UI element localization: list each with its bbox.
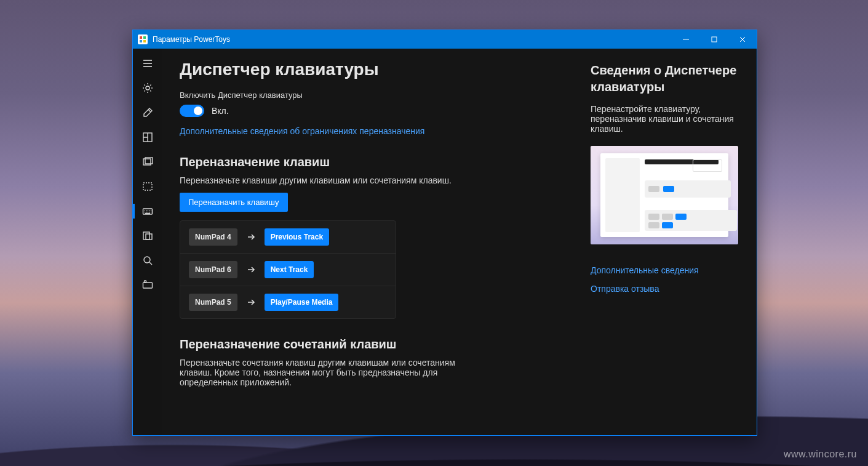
titlebar: Параметры PowerToys [133, 30, 757, 49]
sidebar-item-file-explorer[interactable] [133, 174, 162, 199]
aside-feedback-link[interactable]: Отправка отзыва [591, 284, 743, 294]
remap-row: NumPad 6 Next Track [180, 253, 396, 286]
remap-keys-title: Переназначение клавиш [180, 155, 573, 169]
remap-key-button[interactable]: Переназначить клавишу [180, 193, 288, 212]
remap-from-chip: NumPad 5 [189, 294, 237, 311]
sidebar-item-shortcut-guide[interactable] [133, 273, 162, 297]
svg-rect-0 [140, 36, 142, 39]
remap-row: NumPad 4 Previous Track [180, 221, 396, 253]
sidebar-item-color-picker[interactable] [133, 100, 162, 125]
aside-title: Сведения о Диспетчере клавиатуры [591, 62, 743, 95]
remap-to-chip: Next Track [265, 261, 314, 278]
minimize-button[interactable] [672, 30, 700, 49]
aside-panel: Сведения о Диспетчере клавиатуры Перенас… [591, 49, 757, 435]
app-icon [138, 34, 148, 44]
remap-list: NumPad 4 Previous Track NumPad 6 Next Tr… [180, 220, 396, 319]
sidebar-item-image-resizer[interactable] [133, 150, 162, 174]
hamburger-button[interactable] [133, 51, 162, 76]
arrow-right-icon [246, 265, 256, 275]
watermark: www.wincore.ru [784, 449, 857, 460]
sidebar-item-general[interactable] [133, 76, 162, 100]
arrow-right-icon [246, 232, 256, 242]
maximize-button[interactable] [700, 30, 728, 49]
remap-from-chip: NumPad 4 [189, 228, 237, 246]
svg-point-5 [146, 86, 149, 90]
enable-label: Включить Диспетчер клавиатуры [180, 90, 573, 100]
aside-desc: Перенастройте клавиатуру, переназначив к… [591, 104, 743, 134]
remap-shortcuts-desc: Переназначьте сочетания клавиш другим кл… [180, 358, 463, 387]
svg-rect-12 [146, 234, 152, 239]
remap-row: NumPad 5 Play/Pause Media [180, 286, 396, 318]
limitations-link[interactable]: Дополнительные сведения об ограничениях … [180, 126, 424, 136]
svg-rect-14 [143, 283, 153, 288]
remap-from-chip: NumPad 6 [189, 261, 237, 278]
sidebar-item-powertoys-run[interactable] [133, 223, 162, 248]
page-title: Диспетчер клавиатуры [180, 60, 573, 79]
sidebar-item-power-rename[interactable] [133, 248, 162, 273]
app-window: Параметры PowerToys [132, 30, 757, 436]
enable-toggle[interactable] [180, 105, 204, 117]
remap-keys-desc: Переназначьте клавиши другим клавишам ил… [180, 175, 573, 185]
svg-rect-11 [143, 232, 149, 239]
remap-to-chip: Previous Track [265, 228, 329, 246]
sidebar [133, 49, 162, 435]
remap-to-chip: Play/Pause Media [265, 294, 339, 311]
close-button[interactable] [728, 30, 757, 49]
toggle-state: Вкл. [212, 106, 229, 116]
svg-rect-15 [145, 281, 146, 283]
main-panel: Диспетчер клавиатуры Включить Диспетчер … [162, 49, 591, 435]
preview-image [591, 146, 738, 244]
svg-rect-3 [143, 40, 146, 42]
remap-shortcuts-title: Переназначение сочетаний клавиш [180, 337, 573, 352]
arrow-right-icon [246, 297, 256, 307]
svg-rect-2 [140, 40, 142, 42]
svg-rect-1 [143, 36, 146, 39]
svg-rect-4 [712, 37, 717, 42]
aside-more-link[interactable]: Дополнительные сведения [591, 265, 743, 275]
sidebar-item-fancyzones[interactable] [133, 125, 162, 150]
svg-point-13 [144, 257, 150, 263]
window-title: Параметры PowerToys [153, 35, 230, 44]
svg-rect-9 [143, 183, 152, 190]
sidebar-item-keyboard-manager[interactable] [133, 199, 162, 223]
